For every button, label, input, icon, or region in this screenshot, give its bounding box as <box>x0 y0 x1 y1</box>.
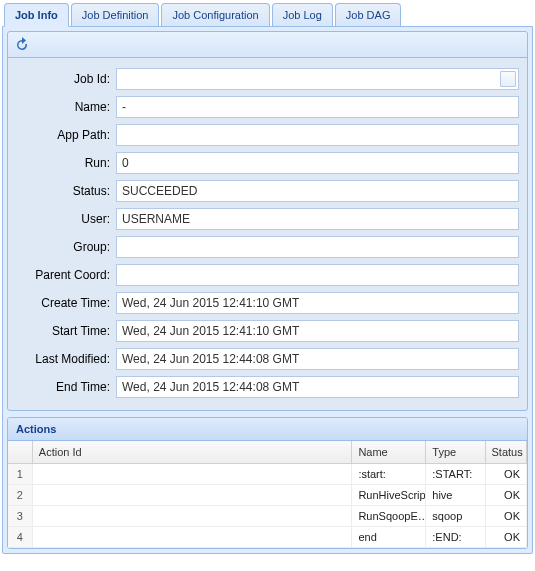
field-job-id[interactable] <box>116 68 519 90</box>
tab-label: Job Log <box>283 9 322 21</box>
label-group: Group: <box>16 240 116 254</box>
tab-job-info[interactable]: Job Info <box>4 3 69 27</box>
col-rownum[interactable] <box>8 441 33 463</box>
field-last-modified[interactable]: Wed, 24 Jun 2015 12:44:08 GMT <box>116 348 519 370</box>
field-value: Wed, 24 Jun 2015 12:41:10 GMT <box>122 296 299 310</box>
field-value: Wed, 24 Jun 2015 12:44:08 GMT <box>122 380 299 394</box>
actions-panel: Actions Action Id Name Type Status 1 :st… <box>7 417 528 549</box>
cell-rownum: 2 <box>8 485 33 505</box>
field-group[interactable] <box>116 236 519 258</box>
cell-rownum: 4 <box>8 527 33 547</box>
table-row[interactable]: 1 :start: :START: OK <box>8 464 527 485</box>
label-app-path: App Path: <box>16 128 116 142</box>
cell-status: OK <box>486 485 528 505</box>
cell-action-id <box>33 464 353 484</box>
field-app-path[interactable] <box>116 124 519 146</box>
col-status[interactable]: Status <box>486 441 528 463</box>
label-job-id: Job Id: <box>16 72 116 86</box>
cell-type: :START: <box>426 464 485 484</box>
cell-action-id <box>33 527 353 547</box>
table-row[interactable]: 4 end :END: OK <box>8 527 527 548</box>
tab-label: Job Info <box>15 9 58 21</box>
field-parent-coord[interactable] <box>116 264 519 286</box>
tab-label: Job DAG <box>346 9 391 21</box>
table-row[interactable]: 2 RunHiveScript hive OK <box>8 485 527 506</box>
tab-job-log[interactable]: Job Log <box>272 3 333 26</box>
trigger-icon[interactable] <box>500 71 516 87</box>
actions-grid-header: Action Id Name Type Status <box>8 441 527 464</box>
cell-type: hive <box>426 485 485 505</box>
cell-status: OK <box>486 464 528 484</box>
actions-grid-body: 1 :start: :START: OK 2 RunHiveScript hiv… <box>8 464 527 548</box>
cell-name: RunHiveScript <box>352 485 426 505</box>
field-user[interactable]: USERNAME <box>116 208 519 230</box>
col-name[interactable]: Name <box>352 441 426 463</box>
tab-strip: Job Info Job Definition Job Configuratio… <box>0 1 535 26</box>
field-start-time[interactable]: Wed, 24 Jun 2015 12:41:10 GMT <box>116 320 519 342</box>
cell-type: :END: <box>426 527 485 547</box>
tab-label: Job Definition <box>82 9 149 21</box>
actions-title: Actions <box>8 418 527 441</box>
cell-name: RunSqoopE… <box>352 506 426 526</box>
label-start-time: Start Time: <box>16 324 116 338</box>
cell-rownum: 1 <box>8 464 33 484</box>
tab-body: Job Id: Name: - App Path: Run: 0 <box>2 26 533 554</box>
table-row[interactable]: 3 RunSqoopE… sqoop OK <box>8 506 527 527</box>
label-user: User: <box>16 212 116 226</box>
field-value: 0 <box>122 156 129 170</box>
job-info-form: Job Id: Name: - App Path: Run: 0 <box>8 58 527 410</box>
field-value: Wed, 24 Jun 2015 12:41:10 GMT <box>122 324 299 338</box>
col-action-id[interactable]: Action Id <box>33 441 353 463</box>
field-run[interactable]: 0 <box>116 152 519 174</box>
field-value: USERNAME <box>122 212 190 226</box>
label-parent-coord: Parent Coord: <box>16 268 116 282</box>
label-status: Status: <box>16 184 116 198</box>
label-end-time: End Time: <box>16 380 116 394</box>
field-value: SUCCEEDED <box>122 184 197 198</box>
tab-job-definition[interactable]: Job Definition <box>71 3 160 26</box>
cell-status: OK <box>486 527 528 547</box>
tab-job-configuration[interactable]: Job Configuration <box>161 3 269 26</box>
refresh-icon[interactable] <box>14 37 30 53</box>
label-last-modified: Last Modified: <box>16 352 116 366</box>
tab-job-dag[interactable]: Job DAG <box>335 3 402 26</box>
cell-name: end <box>352 527 426 547</box>
cell-action-id <box>33 485 353 505</box>
actions-grid: Action Id Name Type Status 1 :start: :ST… <box>8 441 527 548</box>
field-name[interactable]: - <box>116 96 519 118</box>
label-name: Name: <box>16 100 116 114</box>
job-info-toolbar <box>8 32 527 58</box>
field-end-time[interactable]: Wed, 24 Jun 2015 12:44:08 GMT <box>116 376 519 398</box>
label-create-time: Create Time: <box>16 296 116 310</box>
tab-label: Job Configuration <box>172 9 258 21</box>
cell-rownum: 3 <box>8 506 33 526</box>
cell-action-id <box>33 506 353 526</box>
field-status[interactable]: SUCCEEDED <box>116 180 519 202</box>
field-create-time[interactable]: Wed, 24 Jun 2015 12:41:10 GMT <box>116 292 519 314</box>
col-type[interactable]: Type <box>426 441 485 463</box>
job-info-panel: Job Id: Name: - App Path: Run: 0 <box>7 31 528 411</box>
cell-status: OK <box>486 506 528 526</box>
cell-name: :start: <box>352 464 426 484</box>
field-value: Wed, 24 Jun 2015 12:44:08 GMT <box>122 352 299 366</box>
cell-type: sqoop <box>426 506 485 526</box>
field-value: - <box>122 100 126 114</box>
label-run: Run: <box>16 156 116 170</box>
